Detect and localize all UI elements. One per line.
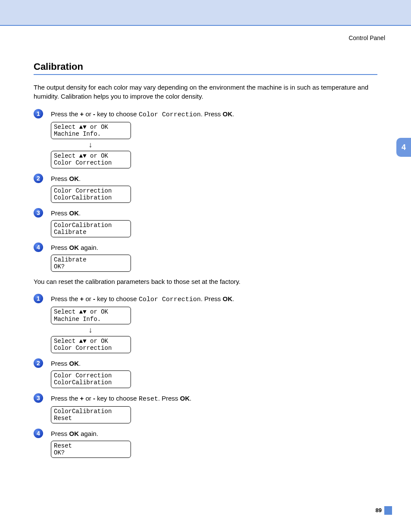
step-number-badge: 1 [34, 294, 43, 303]
header-label: Control Panel [349, 34, 385, 41]
mid-paragraph: You can reset the calibration parameters… [34, 277, 377, 286]
step-item: 3Press OK.ColorCalibration Calibrate [34, 208, 377, 237]
step-number-badge: 3 [34, 208, 43, 218]
lcd-display: Select ▲▼ or OK Machine Info. [51, 307, 131, 324]
step-item: 4Press OK again.Reset OK? [34, 429, 377, 458]
step-instruction: Press OK again. [51, 243, 377, 252]
step-number-badge: 4 [34, 429, 43, 438]
lcd-stack: ColorCalibration Calibrate [51, 220, 377, 237]
step-number-badge: 2 [34, 358, 43, 368]
step-instruction: Press OK. [51, 174, 377, 183]
down-arrow-icon: ↓ [51, 139, 130, 151]
step-instruction: Press the + or - key to choose Reset. Pr… [51, 393, 377, 404]
step-instruction: Press OK again. [51, 429, 377, 438]
step-item: 3Press the + or - key to choose Reset. P… [34, 393, 377, 423]
steps-list-reset: 1Press the + or - key to choose Color Co… [34, 294, 377, 458]
lcd-stack: Color Correction ColorCalibration [51, 186, 377, 203]
lcd-display: Select ▲▼ or OK Color Correction [51, 151, 131, 168]
step-number-badge: 1 [34, 109, 43, 118]
step-number-badge: 4 [34, 243, 43, 252]
lcd-stack: Select ▲▼ or OK Machine Info.↓Select ▲▼ … [51, 122, 377, 168]
lcd-display: Color Correction ColorCalibration [51, 186, 131, 203]
step-item: 4Press OK again.Calibrate OK? [34, 243, 377, 272]
step-number-badge: 3 [34, 393, 43, 403]
lcd-display: ColorCalibration Calibrate [51, 220, 131, 237]
step-item: 2Press OK.Color Correction ColorCalibrat… [34, 358, 377, 388]
lcd-display: Select ▲▼ or OK Color Correction [51, 336, 131, 353]
steps-list-calibrate: 1Press the + or - key to choose Color Co… [34, 109, 377, 272]
step-number-badge: 2 [34, 174, 43, 183]
down-arrow-icon: ↓ [51, 324, 130, 336]
lcd-display: Select ▲▼ or OK Machine Info. [51, 122, 131, 139]
manual-page: Control Panel 4 Calibration The output d… [0, 0, 411, 532]
lcd-display: Reset OK? [51, 441, 131, 458]
content-area: Calibration The output density for each … [34, 26, 377, 458]
side-chapter-tab: 4 [396, 138, 411, 157]
step-item: 1Press the + or - key to choose Color Co… [34, 294, 377, 353]
side-chapter-number: 4 [402, 143, 406, 152]
lcd-stack: Color Correction ColorCalibration [51, 370, 377, 388]
lcd-display: Calibrate OK? [51, 255, 131, 272]
lcd-stack: ColorCalibration Reset [51, 406, 377, 423]
intro-paragraph: The output density for each color may va… [34, 83, 377, 101]
step-item: 1Press the + or - key to choose Color Co… [34, 109, 377, 168]
step-item: 2Press OK.Color Correction ColorCalibrat… [34, 174, 377, 203]
section-title: Calibration [34, 61, 377, 72]
lcd-stack: Calibrate OK? [51, 255, 377, 272]
lcd-display: Color Correction ColorCalibration [51, 370, 131, 388]
step-instruction: Press the + or - key to choose Color Cor… [51, 109, 377, 119]
lcd-display: ColorCalibration Reset [51, 406, 131, 423]
lcd-stack: Select ▲▼ or OK Machine Info.↓Select ▲▼ … [51, 307, 377, 353]
step-instruction: Press OK. [51, 358, 377, 368]
top-band [0, 0, 411, 26]
page-number: 89 [376, 506, 384, 513]
step-instruction: Press the + or - key to choose Color Cor… [51, 294, 377, 304]
footer-tab [384, 506, 392, 515]
step-instruction: Press OK. [51, 208, 377, 218]
page-footer: 89 [376, 506, 392, 515]
lcd-stack: Reset OK? [51, 441, 377, 458]
title-rule [34, 74, 377, 75]
